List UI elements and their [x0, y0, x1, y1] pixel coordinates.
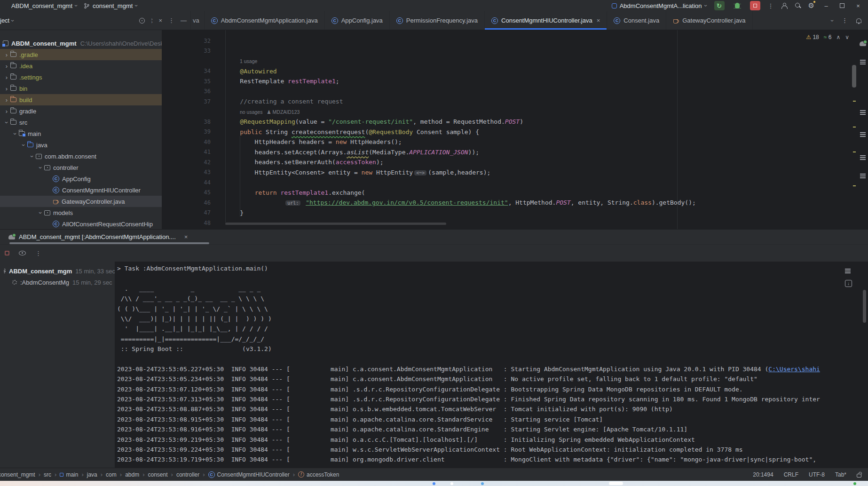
- editor-scrollbar-thumb[interactable]: [852, 65, 856, 88]
- tree-chevron-icon[interactable]: ›: [20, 141, 27, 149]
- breadcrumb-item[interactable]: consent_mgmt: [0, 471, 35, 478]
- caret-position[interactable]: 20:1494: [753, 471, 773, 478]
- run-process-item[interactable]: ABDM_consent_mgm15 min, 33 sec: [0, 265, 115, 277]
- project-widget[interactable]: ABDM_consent_mgmt ›: [11, 2, 77, 9]
- breadcrumb-item[interactable]: src: [44, 471, 51, 478]
- stop-button[interactable]: [750, 1, 760, 10]
- inspections-widget[interactable]: ⚠ 18 ≈ 6 ∧ ∨: [806, 34, 849, 40]
- more-options-icon[interactable]: ⋮: [168, 17, 174, 24]
- tree-chevron-icon[interactable]: ›: [3, 108, 10, 115]
- line-separator[interactable]: CRLF: [784, 471, 798, 478]
- run-configuration-selector[interactable]: AbdmConsentMgmtA...lication ›: [612, 2, 707, 9]
- horizontal-scrollbar[interactable]: [225, 223, 446, 225]
- tree-chevron-icon[interactable]: ›: [29, 152, 36, 160]
- settings-gear-icon[interactable]: ⚙: [808, 1, 814, 10]
- search-icon[interactable]: [795, 3, 801, 8]
- tree-item[interactable]: ›src: [0, 117, 162, 128]
- run-process-item[interactable]: :AbdmConsentMg15 min, 29 sec: [0, 277, 115, 288]
- prev-problem-icon[interactable]: ∧: [836, 34, 840, 40]
- tree-item[interactable]: ›com.abdm.consent: [0, 151, 162, 162]
- tree-chevron-icon[interactable]: ›: [3, 96, 10, 104]
- next-problem-icon[interactable]: ∨: [845, 34, 849, 40]
- console-scrollbar-thumb[interactable]: [863, 290, 866, 323]
- close-icon[interactable]: ×: [184, 233, 188, 240]
- tree-item[interactable]: ›gradle: [0, 105, 162, 117]
- more-options-icon[interactable]: ⋮: [35, 250, 41, 257]
- tree-item[interactable]: ConsentMgmntHIUController: [0, 184, 162, 196]
- run-tab[interactable]: ABDM_consent_mgmt [:AbdmConsentMgmtAppli…: [8, 233, 188, 240]
- tree-item[interactable]: ›models: [0, 207, 162, 218]
- dependencies-tool-icon[interactable]: [860, 173, 866, 178]
- tree-chevron-icon[interactable]: ›: [37, 164, 44, 171]
- gradle-tool-icon[interactable]: [860, 41, 866, 46]
- tabs-dropdown-icon[interactable]: ›: [829, 20, 835, 22]
- notifications-bell-icon[interactable]: [856, 18, 861, 23]
- more-actions-icon[interactable]: ⋮: [768, 2, 774, 9]
- debug-button[interactable]: [732, 1, 742, 10]
- build-tool-icon[interactable]: [860, 59, 866, 64]
- problems-tool-icon[interactable]: [860, 155, 866, 160]
- scroll-to-end-icon[interactable]: ↓: [845, 280, 852, 287]
- select-opened-file-icon[interactable]: [139, 18, 145, 24]
- run-console[interactable]: > Task :AbdmConsentMgmtApplication.main(…: [115, 262, 868, 468]
- breadcrumb-item[interactable]: java: [87, 471, 97, 478]
- tree-item[interactable]: ABDM_consent_mgmtC:\Users\shahi\OneDrive…: [0, 38, 162, 49]
- console-link[interactable]: C:\Users\shahi: [768, 366, 820, 373]
- breadcrumb-item[interactable]: controller: [176, 471, 199, 478]
- collapse-all-icon[interactable]: ››: [151, 18, 152, 24]
- project-panel-title[interactable]: ject ›: [0, 17, 14, 24]
- editor-tab[interactable]: Consent.java: [607, 11, 666, 30]
- close-icon[interactable]: ×: [158, 17, 162, 24]
- tree-item[interactable]: ›main: [0, 128, 162, 139]
- services-tool-icon[interactable]: [860, 132, 866, 137]
- editor-tab[interactable]: va: [191, 11, 205, 30]
- tree-chevron-icon[interactable]: ›: [3, 51, 10, 58]
- rerun-button[interactable]: ↻: [714, 1, 725, 10]
- tree-item[interactable]: ›java: [0, 139, 162, 151]
- tree-chevron-icon[interactable]: ›: [3, 119, 10, 126]
- file-encoding[interactable]: UTF-8: [809, 471, 825, 478]
- tree-item[interactable]: ›.gradle: [0, 49, 162, 60]
- breadcrumb-item[interactable]: accessToken: [298, 471, 339, 478]
- window-close-button[interactable]: ×: [854, 2, 862, 9]
- tree-item[interactable]: AppConfig: [0, 173, 162, 184]
- window-maximize-button[interactable]: [838, 2, 846, 9]
- tree-item[interactable]: ›.idea: [0, 60, 162, 72]
- stop-process-icon[interactable]: [5, 251, 9, 255]
- tree-chevron-icon[interactable]: ›: [3, 74, 10, 81]
- vcs-branch-widget[interactable]: consent_mgmt ›: [84, 2, 137, 9]
- breadcrumb-item[interactable]: consent: [148, 471, 168, 478]
- tree-chevron-icon[interactable]: ›: [3, 63, 10, 70]
- structure-tool-icon[interactable]: [860, 110, 866, 115]
- breadcrumb-item[interactable]: com: [106, 471, 117, 478]
- tree-item[interactable]: ›controller: [0, 162, 162, 173]
- tabs-more-icon[interactable]: ⋮: [842, 17, 848, 24]
- editor-tab[interactable]: ConsentMgmntHIUController.java×: [485, 11, 607, 30]
- indent-style[interactable]: Tab*: [835, 471, 846, 478]
- tree-chevron-icon[interactable]: ›: [12, 130, 19, 137]
- show-options-eye-icon[interactable]: [19, 251, 26, 255]
- editor-tab[interactable]: PermissionFrequency.java: [390, 11, 485, 30]
- tree-chevron-icon[interactable]: ›: [37, 209, 44, 216]
- code-editor[interactable]: 32331 usage34 @Autowired35 RestTemplate …: [162, 30, 868, 229]
- tree-item[interactable]: ›bin: [0, 83, 162, 94]
- close-icon[interactable]: ×: [597, 17, 600, 24]
- tree-item[interactable]: ›.settings: [0, 72, 162, 83]
- error-stripe[interactable]: [851, 30, 858, 229]
- breadcrumb-item[interactable]: abdm: [125, 471, 139, 478]
- unlocked-icon[interactable]: [857, 474, 861, 478]
- soft-wrap-icon[interactable]: [845, 268, 851, 273]
- hide-panel-icon[interactable]: —: [181, 17, 187, 24]
- add-user-icon[interactable]: [781, 3, 788, 8]
- breadcrumb-item[interactable]: ConsentMgmntHIUController: [208, 471, 290, 478]
- editor-tab[interactable]: GatewayController.java: [666, 11, 752, 30]
- editor-tab[interactable]: AppConfig.java: [325, 11, 390, 30]
- editor-tab[interactable]: AbdmConsentMgmtApplication.java: [205, 11, 325, 30]
- tree-chevron-icon[interactable]: ›: [3, 85, 10, 92]
- window-minimize-button[interactable]: –: [822, 2, 830, 9]
- breadcrumb-item[interactable]: main: [60, 471, 78, 478]
- tree-item[interactable]: ›build: [0, 94, 162, 105]
- tree-item[interactable]: AllOfConsentRequestConsentHip: [0, 218, 162, 229]
- tree-item[interactable]: GatewayController.java: [0, 196, 162, 207]
- line-number: 42: [162, 159, 211, 166]
